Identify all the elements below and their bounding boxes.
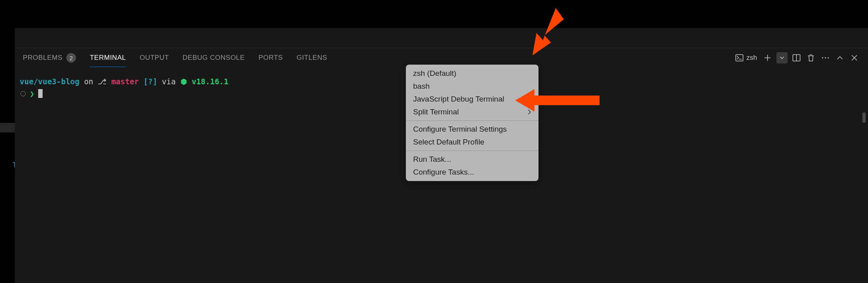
git-branch-icon: ⎇ [98, 76, 106, 88]
new-terminal-menu: zsh (Default) bash JavaScript Debug Term… [406, 65, 538, 181]
node-icon: ⬢ [180, 76, 187, 88]
new-terminal-button[interactable] [762, 52, 773, 63]
menu-item-label: Select Default Profile [413, 138, 484, 147]
svg-point-8 [827, 57, 829, 58]
menu-item-label: Configure Tasks... [413, 168, 474, 177]
svg-rect-0 [736, 55, 743, 61]
editor-gutter-highlight [0, 123, 15, 132]
annotation-arrow-right [515, 89, 600, 112]
prompt-node-version: v18.16.1 [187, 76, 229, 88]
tab-gitlens-label: GITLENS [297, 54, 327, 62]
menu-item-configure-tasks[interactable]: Configure Tasks... [406, 166, 538, 179]
tab-gitlens[interactable]: GITLENS [297, 49, 327, 67]
tab-ports-label: PORTS [258, 54, 283, 62]
annotation-arrow-top [530, 8, 567, 56]
editor-tab-strip [15, 28, 868, 48]
terminal-icon [735, 54, 743, 61]
prompt-arrow: ❯ [30, 88, 34, 100]
maximize-panel-button[interactable] [834, 52, 845, 63]
prompt-branch: master [106, 76, 143, 88]
menu-separator [406, 151, 538, 151]
panel-toolbar: zsh [735, 52, 860, 63]
tab-terminal[interactable]: TERMINAL [90, 49, 126, 67]
prompt-on-text: on [80, 76, 98, 88]
new-terminal-dropdown-button[interactable] [776, 52, 788, 63]
menu-item-label: Configure Terminal Settings [413, 125, 507, 134]
tab-ports[interactable]: PORTS [258, 49, 283, 67]
problems-badge: 2 [66, 53, 76, 63]
kill-terminal-button[interactable] [805, 52, 817, 63]
more-actions-button[interactable] [820, 52, 831, 63]
split-terminal-button[interactable] [791, 52, 802, 63]
tab-debug-console[interactable]: DEBUG CONSOLE [182, 49, 245, 67]
menu-item-run-task[interactable]: Run Task... [406, 153, 538, 166]
scrollbar-thumb[interactable] [862, 112, 866, 123]
svg-point-7 [825, 57, 826, 58]
menu-item-label: Run Task... [413, 155, 451, 164]
active-shell[interactable]: zsh [735, 54, 757, 62]
prompt-git-status: [?] [143, 76, 157, 88]
tab-problems-label: PROBLEMS [23, 54, 62, 62]
prompt-via-text: via [157, 76, 180, 88]
menu-item-configure-settings[interactable]: Configure Terminal Settings [406, 123, 538, 136]
panel-tabs: PROBLEMS 2 TERMINAL OUTPUT DEBUG CONSOLE… [23, 48, 327, 67]
svg-point-6 [822, 57, 823, 58]
tab-output[interactable]: OUTPUT [139, 49, 169, 67]
tab-debug-console-label: DEBUG CONSOLE [182, 54, 245, 62]
active-shell-label: zsh [747, 54, 757, 62]
tab-problems[interactable]: PROBLEMS 2 [23, 48, 76, 67]
menu-item-zsh-default[interactable]: zsh (Default) [406, 67, 538, 80]
tab-output-label: OUTPUT [139, 54, 169, 62]
menu-separator [406, 120, 538, 121]
menu-item-label: JavaScript Debug Terminal [413, 95, 504, 104]
menu-item-select-default-profile[interactable]: Select Default Profile [406, 136, 538, 149]
menu-item-label: bash [413, 82, 430, 91]
prompt-cwd: vue/vue3-blog [20, 76, 80, 88]
terminal-cursor [38, 89, 43, 98]
menu-item-label: Split Terminal [413, 108, 459, 116]
close-panel-button[interactable] [849, 52, 860, 63]
prompt-status-icon [20, 91, 26, 96]
tab-terminal-label: TERMINAL [90, 54, 126, 62]
menu-item-label: zsh (Default) [413, 69, 457, 78]
